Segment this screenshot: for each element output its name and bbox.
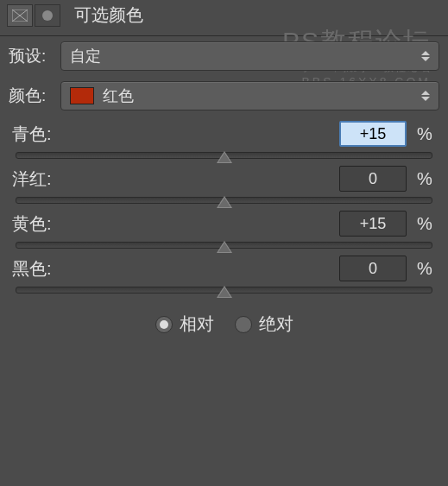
magenta-label: 洋红:: [12, 167, 81, 191]
svg-point-1: [42, 10, 53, 21]
yellow-label: 黄色:: [12, 212, 81, 236]
radio-absolute-label: 绝对: [259, 312, 293, 336]
color-swatch: [70, 87, 94, 104]
preset-label: 预设:: [9, 45, 60, 67]
cyan-slider-group: 青色: %: [12, 121, 436, 159]
select-arrows-icon: [421, 91, 430, 101]
percent-label: %: [417, 169, 436, 189]
radio-absolute[interactable]: 绝对: [235, 312, 293, 336]
magenta-slider-group: 洋红: %: [12, 166, 436, 204]
black-slider-track[interactable]: [16, 287, 432, 293]
preset-value: 自定: [70, 46, 101, 66]
radio-circle-icon: [235, 316, 252, 333]
tab-icon-2[interactable]: [35, 4, 60, 27]
black-slider-thumb[interactable]: [217, 286, 232, 298]
magenta-slider-thumb[interactable]: [217, 196, 232, 208]
color-row: 颜色: 红色: [0, 76, 448, 116]
percent-label: %: [417, 214, 436, 234]
magenta-slider-track[interactable]: [16, 197, 432, 204]
mode-radios: 相对 绝对: [0, 300, 448, 348]
black-slider-group: 黑色: %: [12, 256, 436, 293]
yellow-slider-group: 黄色: %: [12, 211, 436, 249]
black-input[interactable]: [339, 256, 407, 281]
select-arrows-icon: [421, 51, 430, 61]
panel-title: 可选颜色: [74, 3, 143, 27]
cyan-label: 青色:: [12, 123, 81, 146]
color-value: 红色: [103, 85, 134, 106]
black-label: 黑色:: [12, 257, 81, 281]
header-icons: [7, 4, 60, 27]
yellow-input[interactable]: [339, 211, 407, 237]
magenta-input[interactable]: [339, 166, 407, 192]
radio-relative-label: 相对: [180, 312, 214, 336]
tab-icon-1[interactable]: [7, 4, 33, 27]
yellow-slider-track[interactable]: [16, 242, 432, 249]
color-select[interactable]: 红色: [60, 81, 439, 110]
cyan-slider-track[interactable]: [16, 152, 432, 159]
color-label: 颜色:: [9, 85, 60, 107]
preset-row: 预设: 自定: [0, 36, 448, 76]
radio-circle-icon: [155, 316, 173, 333]
cyan-slider-thumb[interactable]: [217, 151, 232, 163]
yellow-slider-thumb[interactable]: [217, 241, 232, 253]
sliders-section: 青色: % 洋红: % 黄色: %: [0, 116, 448, 293]
percent-label: %: [417, 124, 436, 144]
radio-relative[interactable]: 相对: [155, 312, 214, 336]
percent-label: %: [417, 259, 436, 279]
cyan-input[interactable]: [339, 121, 407, 147]
preset-select[interactable]: 自定: [60, 41, 439, 71]
